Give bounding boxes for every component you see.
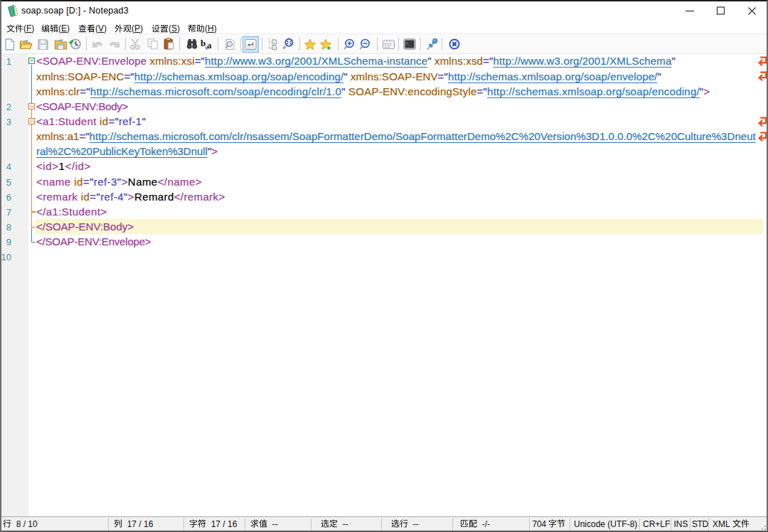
svg-text:b: b <box>201 38 206 48</box>
svg-text:a: a <box>207 40 212 50</box>
svg-text:>_: >_ <box>406 42 411 46</box>
